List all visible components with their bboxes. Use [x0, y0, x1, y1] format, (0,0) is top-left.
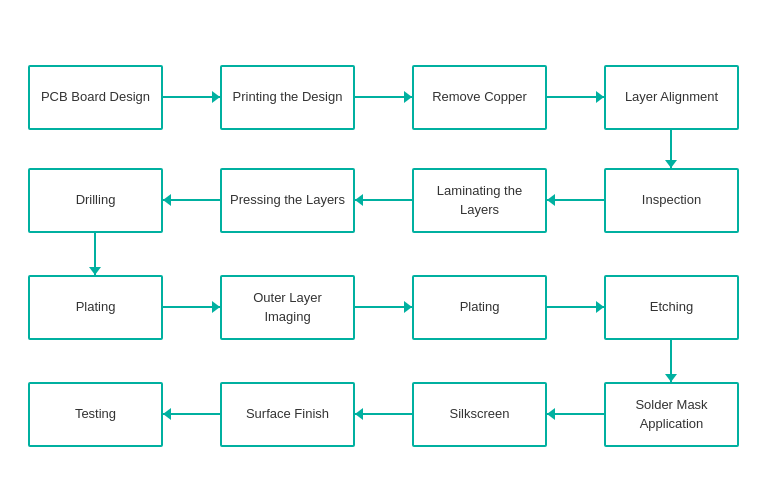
pressing-the-layers: Pressing the Layers: [220, 168, 355, 233]
inspection: Inspection: [604, 168, 739, 233]
surface-finish: Surface Finish: [220, 382, 355, 447]
arr-6-arrow: [355, 199, 412, 201]
remove-copper: Remove Copper: [412, 65, 547, 130]
arr-10-arrow: [355, 306, 412, 308]
arr-8-arrow: [94, 233, 96, 275]
arr-3-arrow: [547, 96, 604, 98]
arr-15-arrow: [163, 413, 220, 415]
arr-14-arrow: [355, 413, 412, 415]
solder-mask-application: Solder Mask Application: [604, 382, 739, 447]
arr-9-arrow: [163, 306, 220, 308]
outer-layer-imaging: Outer Layer Imaging: [220, 275, 355, 340]
arr-2-arrow: [355, 96, 412, 98]
arr-1-arrow: [163, 96, 220, 98]
drilling: Drilling: [28, 168, 163, 233]
etching: Etching: [604, 275, 739, 340]
testing: Testing: [28, 382, 163, 447]
arr-4-arrow: [670, 130, 672, 168]
pcb-board-design: PCB Board Design: [28, 65, 163, 130]
layer-alignment: Layer Alignment: [604, 65, 739, 130]
arr-12-arrow: [670, 340, 672, 382]
printing-the-design: Printing the Design: [220, 65, 355, 130]
arr-5-arrow: [547, 199, 604, 201]
plating-2: Plating: [412, 275, 547, 340]
pcb-process-diagram: PCB Board DesignPrinting the DesignRemov…: [10, 10, 750, 490]
plating-1: Plating: [28, 275, 163, 340]
arr-7-arrow: [163, 199, 220, 201]
arr-11-arrow: [547, 306, 604, 308]
silkscreen: Silkscreen: [412, 382, 547, 447]
arr-13-arrow: [547, 413, 604, 415]
laminating-the-layers: Laminating the Layers: [412, 168, 547, 233]
